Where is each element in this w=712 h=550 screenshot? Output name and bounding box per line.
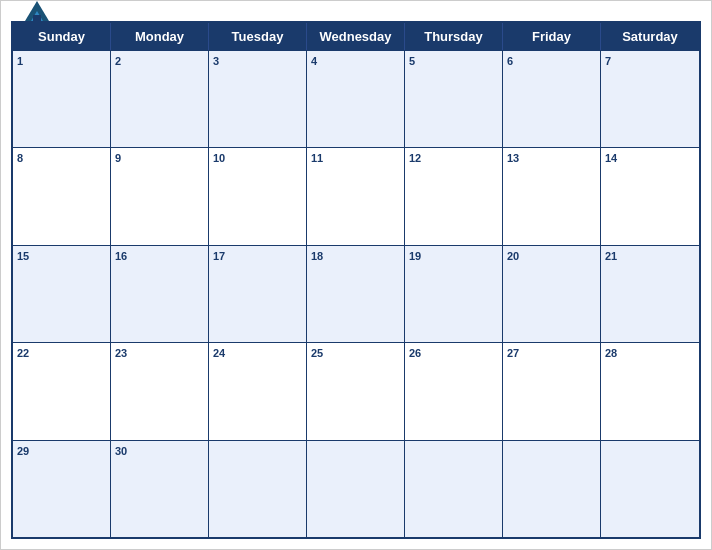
logo-icon <box>21 0 53 25</box>
day-number-27: 27 <box>507 346 596 361</box>
week-row-3: 15161718192021 <box>13 245 699 342</box>
day-cell-1-3: 11 <box>307 148 405 244</box>
day-number-16: 16 <box>115 249 204 264</box>
day-number-13: 13 <box>507 151 596 166</box>
day-cell-0-1: 2 <box>111 51 209 147</box>
day-cell-1-2: 10 <box>209 148 307 244</box>
week-row-4: 22232425262728 <box>13 342 699 439</box>
day-number-4: 4 <box>311 54 400 69</box>
calendar-grid: Sunday Monday Tuesday Wednesday Thursday… <box>11 21 701 539</box>
svg-rect-2 <box>33 15 41 21</box>
logo-area <box>21 0 57 25</box>
day-header-thursday: Thursday <box>405 23 503 50</box>
day-number-25: 25 <box>311 346 400 361</box>
day-number-28: 28 <box>605 346 695 361</box>
day-number-1: 1 <box>17 54 106 69</box>
day-cell-4-1: 30 <box>111 441 209 537</box>
day-header-friday: Friday <box>503 23 601 50</box>
day-number-26: 26 <box>409 346 498 361</box>
day-cell-4-5 <box>503 441 601 537</box>
day-number-6: 6 <box>507 54 596 69</box>
day-number-29: 29 <box>17 444 106 459</box>
day-header-monday: Monday <box>111 23 209 50</box>
day-number-30: 30 <box>115 444 204 459</box>
day-cell-3-5: 27 <box>503 343 601 439</box>
week-row-2: 891011121314 <box>13 147 699 244</box>
day-number-14: 14 <box>605 151 695 166</box>
day-cell-2-4: 19 <box>405 246 503 342</box>
day-number-15: 15 <box>17 249 106 264</box>
day-number-12: 12 <box>409 151 498 166</box>
day-cell-0-4: 5 <box>405 51 503 147</box>
week-row-1: 1234567 <box>13 50 699 147</box>
day-cell-3-2: 24 <box>209 343 307 439</box>
day-cell-0-6: 7 <box>601 51 699 147</box>
day-cell-4-3 <box>307 441 405 537</box>
day-number-2: 2 <box>115 54 204 69</box>
day-number-17: 17 <box>213 249 302 264</box>
day-header-sunday: Sunday <box>13 23 111 50</box>
day-cell-1-0: 8 <box>13 148 111 244</box>
day-number-22: 22 <box>17 346 106 361</box>
day-cell-3-3: 25 <box>307 343 405 439</box>
week-row-5: 2930 <box>13 440 699 537</box>
day-cell-0-2: 3 <box>209 51 307 147</box>
day-cell-3-4: 26 <box>405 343 503 439</box>
day-cell-2-0: 15 <box>13 246 111 342</box>
day-header-wednesday: Wednesday <box>307 23 405 50</box>
day-cell-2-5: 20 <box>503 246 601 342</box>
day-header-tuesday: Tuesday <box>209 23 307 50</box>
day-number-3: 3 <box>213 54 302 69</box>
day-number-21: 21 <box>605 249 695 264</box>
day-cell-0-3: 4 <box>307 51 405 147</box>
day-cell-4-0: 29 <box>13 441 111 537</box>
day-cell-4-6 <box>601 441 699 537</box>
day-cell-4-4 <box>405 441 503 537</box>
day-number-19: 19 <box>409 249 498 264</box>
day-cell-2-1: 16 <box>111 246 209 342</box>
day-cell-0-0: 1 <box>13 51 111 147</box>
day-number-7: 7 <box>605 54 695 69</box>
day-number-20: 20 <box>507 249 596 264</box>
weeks-container: 1234567891011121314151617181920212223242… <box>13 50 699 537</box>
day-headers: Sunday Monday Tuesday Wednesday Thursday… <box>13 23 699 50</box>
day-cell-3-6: 28 <box>601 343 699 439</box>
day-cell-1-4: 12 <box>405 148 503 244</box>
logo-wrapper <box>21 0 57 25</box>
day-header-saturday: Saturday <box>601 23 699 50</box>
day-cell-4-2 <box>209 441 307 537</box>
day-number-23: 23 <box>115 346 204 361</box>
day-number-9: 9 <box>115 151 204 166</box>
day-cell-3-1: 23 <box>111 343 209 439</box>
day-number-10: 10 <box>213 151 302 166</box>
day-cell-0-5: 6 <box>503 51 601 147</box>
day-cell-1-1: 9 <box>111 148 209 244</box>
day-cell-2-6: 21 <box>601 246 699 342</box>
day-number-24: 24 <box>213 346 302 361</box>
day-cell-2-3: 18 <box>307 246 405 342</box>
day-cell-3-0: 22 <box>13 343 111 439</box>
day-cell-1-6: 14 <box>601 148 699 244</box>
calendar-header <box>1 1 711 21</box>
day-cell-2-2: 17 <box>209 246 307 342</box>
day-number-5: 5 <box>409 54 498 69</box>
day-number-11: 11 <box>311 151 400 166</box>
calendar-container: Sunday Monday Tuesday Wednesday Thursday… <box>0 0 712 550</box>
day-number-8: 8 <box>17 151 106 166</box>
day-cell-1-5: 13 <box>503 148 601 244</box>
day-number-18: 18 <box>311 249 400 264</box>
